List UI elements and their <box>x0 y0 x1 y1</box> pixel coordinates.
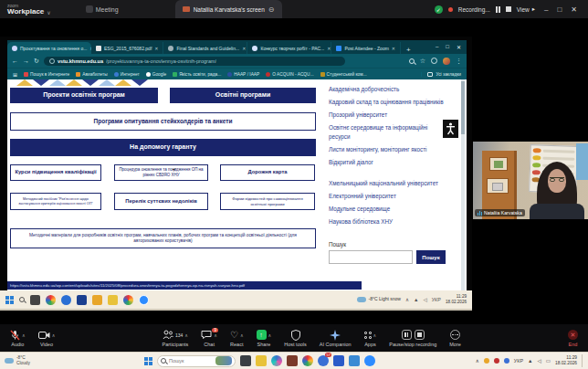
browser-tab-4[interactable]: Конкурс творчих робіт - РАС... ✕ <box>247 42 331 54</box>
sidebar-link-monitoring[interactable]: Листи моніторингу, моніторинг якості <box>329 145 448 153</box>
site-info-icon[interactable] <box>49 58 55 64</box>
chrome-icon[interactable] <box>302 355 313 366</box>
zoom-app-icon[interactable] <box>139 295 149 305</box>
app-icon[interactable] <box>77 295 87 305</box>
word-icon[interactable] <box>333 355 344 366</box>
clock[interactable]: 11:29 18.02.2026 <box>446 294 467 304</box>
sidebar-link-staff[interactable]: Кадровий склад та оцінювання працівників <box>329 98 448 106</box>
chrome-icon[interactable] <box>46 295 56 305</box>
profile-avatar[interactable] <box>443 58 450 65</box>
browser-tab-1[interactable]: Проєктування та оновлення о... ✕ <box>7 42 91 54</box>
end-button[interactable]: ✕ End <box>562 329 584 347</box>
start-button[interactable] <box>5 296 14 304</box>
edge-icon[interactable] <box>61 295 71 305</box>
react-button[interactable]: ♡ ∧ React <box>224 329 250 347</box>
stop-recording-icon[interactable] <box>506 6 511 12</box>
extensions-icon[interactable] <box>431 58 437 64</box>
host-tools-button[interactable]: Host tools <box>278 329 312 347</box>
tray-expand-icon[interactable]: ∧ <box>405 297 409 302</box>
close-tab-icon[interactable]: ✕ <box>392 46 395 51</box>
zoom-app-icon[interactable] <box>364 355 375 366</box>
sidebar-link-university[interactable]: Хмельницький національний університет <box>329 179 448 187</box>
bookmark-item[interactable]: НААР / ІААР <box>227 72 259 77</box>
view-button[interactable]: View ▸ <box>517 5 535 13</box>
apps-grid-icon[interactable]: ⊞ <box>13 71 17 78</box>
chevron-down-icon[interactable]: ∨ <box>47 9 50 16</box>
btn-significant-defects[interactable]: Перелік суттєвих недоліків <box>114 193 208 210</box>
stop-icon[interactable] <box>415 330 425 340</box>
bookmark-item[interactable]: Интернет <box>114 72 140 77</box>
pause-icon[interactable] <box>402 330 412 340</box>
btn-self-assessment-forms[interactable]: Форми відомостей про самооцінювання осві… <box>220 193 315 210</box>
btn-educational-programs[interactable]: Освітні програми <box>170 88 316 103</box>
language-indicator[interactable]: УКР <box>514 358 523 364</box>
bookmark-item[interactable]: Студентський ком... <box>320 72 367 77</box>
tab-meeting[interactable]: Meeting <box>86 5 119 13</box>
show-desktop-button[interactable] <box>582 354 583 367</box>
btn-stakeholder-surveys[interactable]: Програми опитування стейкхолдерів та анк… <box>10 112 316 131</box>
browser-tab-3[interactable]: Final Standards and Guidelin... ✕ <box>163 42 247 54</box>
btn-qualification-courses[interactable]: Курси підвищення кваліфікації <box>10 164 101 181</box>
address-bar[interactable]: vstu.khmnu.edu.ua /proyektuvannya-ta-ono… <box>44 57 345 66</box>
accessibility-widget[interactable] <box>443 120 458 138</box>
close-tab-icon[interactable]: ✕ <box>327 46 331 51</box>
weather-widget[interactable]: -8°C Light snow <box>357 297 401 302</box>
browser-close-button[interactable]: ✕ <box>457 44 461 50</box>
browser-menu-icon[interactable]: ⋮ <box>456 58 462 65</box>
zoom-page-icon[interactable] <box>409 58 415 64</box>
task-view-icon[interactable] <box>30 295 40 305</box>
browser-minimize-button[interactable]: – <box>436 44 438 50</box>
sidebar-link-modular[interactable]: Модульне середовище <box>329 205 448 213</box>
btn-guarantor-help[interactable]: На допомогу гаранту <box>10 139 316 156</box>
bookmark-item[interactable]: Якість освіти, рада... <box>173 72 221 77</box>
tray-app-icon[interactable] <box>484 358 489 364</box>
btn-update-procedure[interactable]: Процедура оновлення та погодження ОП на … <box>114 164 208 181</box>
weather-widget[interactable]: -8°C Cloudy <box>5 355 30 365</box>
security-shield-icon[interactable]: ✓ <box>435 5 443 14</box>
new-tab-button[interactable]: + <box>401 46 416 54</box>
reload-icon[interactable]: ↻ <box>34 58 39 65</box>
participant-video-tile[interactable]: Nataliia Karvatska <box>473 142 588 219</box>
forward-icon[interactable]: → <box>23 58 29 64</box>
btn-project-programs[interactable]: Проекти освітніх програм <box>10 88 158 103</box>
btn-roadmap[interactable]: Дорожня карта <box>220 164 315 181</box>
network-icon[interactable]: ▲ <box>414 297 418 302</box>
close-tab-icon[interactable]: ✕ <box>154 46 158 51</box>
btn-methodical-manual[interactable]: Методичний посібник "Роз'яснення щодо за… <box>10 193 101 210</box>
all-bookmarks-button[interactable]: Усі закладки <box>421 72 461 77</box>
close-button[interactable]: ✕ <box>571 5 577 14</box>
bookmark-star-icon[interactable]: ☆ <box>420 58 425 65</box>
search-icon[interactable] <box>19 297 25 302</box>
sidebar-link-dialog[interactable]: Відкритий діалог <box>329 158 448 166</box>
search-input[interactable] <box>329 250 413 264</box>
wifi-icon[interactable]: ▲ <box>528 358 532 364</box>
apps-button[interactable]: ∧ Apps <box>358 329 383 347</box>
volume-icon[interactable]: ◁ <box>538 358 541 364</box>
taskbar-search[interactable]: Пошук <box>157 355 236 367</box>
pause-stop-recording-button[interactable]: Pause/stop recording <box>383 329 443 347</box>
sidebar-link-integrity[interactable]: Академічна доброчесність <box>329 85 448 93</box>
tray-app-icon[interactable] <box>504 358 509 364</box>
circle-minus-icon[interactable]: ⊖ <box>268 5 275 14</box>
sidebar-link-library[interactable]: Наукова бібліотека ХНУ <box>329 217 448 226</box>
app-icon[interactable] <box>349 355 360 366</box>
battery-icon[interactable]: ▭ <box>546 358 551 364</box>
bookmark-item[interactable]: O ACQUIN - ACQU... <box>266 72 313 77</box>
tray-expand-icon[interactable]: ∧ <box>476 358 479 364</box>
sidebar-link-transparent[interactable]: Прозорий університет <box>329 111 448 119</box>
volume-icon[interactable]: ◁ <box>423 297 426 302</box>
file-explorer-icon[interactable] <box>108 295 118 305</box>
audio-button[interactable]: ∧ Audio <box>4 329 32 347</box>
scrollbar-thumb[interactable] <box>461 81 465 134</box>
sidebar-link-e-university[interactable]: Електронний університет <box>329 192 448 200</box>
copilot-icon[interactable] <box>271 355 282 366</box>
tray-app-icon[interactable] <box>494 358 499 364</box>
app-icon[interactable]: 57 <box>318 355 329 366</box>
chat-button[interactable]: 9 ∧ Chat <box>194 329 224 347</box>
app-icon[interactable] <box>287 355 298 366</box>
btn-methodical-materials[interactable]: Методичні матеріали для розробників осві… <box>10 228 316 248</box>
pause-recording-icon[interactable] <box>496 6 500 13</box>
file-explorer-icon[interactable] <box>256 355 267 366</box>
chrome-icon[interactable] <box>123 295 133 305</box>
task-view-icon[interactable] <box>240 355 251 366</box>
